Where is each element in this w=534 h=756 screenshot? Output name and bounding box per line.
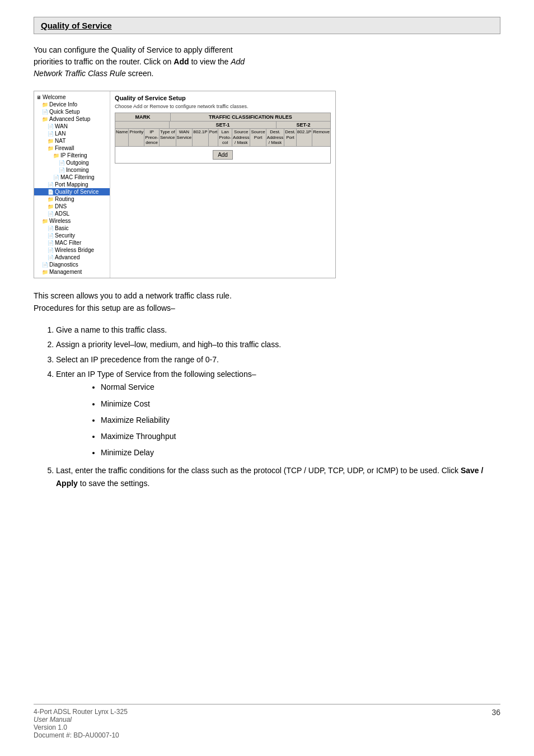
page-title: Quality of Service [41,21,112,30]
footer-page-number: 36 [491,708,500,717]
nav-item-advanced[interactable]: 📄 Advanced [34,254,110,261]
page-icon: 📄 [48,124,54,129]
steps-list: Give a name to this traffic class. Assig… [56,324,500,489]
nav-item-security[interactable]: 📄 Security [34,232,110,239]
folder-icon: 📁 [42,116,48,122]
step-2: Assign a priority level–low, medium, and… [56,338,500,351]
table-header-row1: MARK TRAFFIC CLASSIFICATION RULES [115,113,330,122]
step-4-subitems: Normal Service Minimize Cost Maximize Re… [101,380,500,460]
page-icon: 📄 [48,233,54,239]
folder-icon: 📁 [42,218,48,224]
subitem-minimize-delay: Minimize Delay [101,446,500,460]
qos-main-content: Quality of Service Setup Choose Add or R… [110,91,335,278]
nav-item-incoming[interactable]: 📄 Incoming [34,166,110,174]
nav-item-qos[interactable]: 📄 Quality of Service [34,188,110,195]
folder-icon: 📁 [48,197,54,202]
page-icon: 📄 [48,226,54,231]
nav-item-outgoing[interactable]: 📄 Outgoing [34,159,110,166]
folder-icon: 📁 [48,204,54,209]
nav-item-basic[interactable]: 📄 Basic [34,225,110,232]
folder-icon: 📁 [48,146,54,151]
nav-item-routing[interactable]: 📁 Routing [34,195,110,203]
nav-item-advanced-setup[interactable]: 📁 Advanced Setup [34,115,110,123]
nav-item-welcome[interactable]: 🖥 Welcome [34,94,110,101]
footer-product: 4-Port ADSL Router Lynx L-325 [34,708,500,716]
page-icon: 📄 [59,167,65,173]
nav-item-management[interactable]: 📁 Management [34,268,110,276]
folder-icon: 📁 [42,102,48,108]
folder-icon: 📁 [48,138,54,144]
qos-table: MARK TRAFFIC CLASSIFICATION RULES SET-1 … [115,113,331,164]
step-1: Give a name to this traffic class. [56,324,500,336]
nav-item-ip-filtering[interactable]: 📁 IP Filtering [34,152,110,159]
page-title-box: Quality of Service [34,17,500,34]
nav-item-quick-setup[interactable]: 📄 Quick Setup [34,108,110,115]
page-icon: 📄 [48,182,54,188]
nav-item-mac-filtering[interactable]: 📄 MAC Filtering [34,174,110,181]
qos-setup-title: Quality of Service Setup [115,95,331,101]
nav-item-device-info[interactable]: 📁 Device Info [34,101,110,108]
page-icon: 📄 [48,131,54,137]
table-header-row2: SET-1 SET-2 [115,122,330,129]
footer-version: Version 1.0 [34,724,500,731]
nav-item-nat[interactable]: 📁 NAT [34,137,110,144]
intro-paragraph: You can configure the Quality of Service… [34,44,500,80]
nav-item-lan[interactable]: 📄 LAN [34,130,110,137]
subitem-maximize-throughput: Maximize Throughput [101,430,500,444]
screenshot-container: 🖥 Welcome 📁 Device Info 📄 Quick Setup 📁 … [34,91,336,278]
nav-item-adsl[interactable]: 📄 ADSL [34,210,110,217]
nav-item-mac-filter[interactable]: 📄 MAC Filter [34,239,110,246]
footer-document: Document #: BD-AU0007-10 [34,731,500,739]
folder-icon: 🖥 [36,95,41,100]
nav-item-wireless-bridge[interactable]: 📄 Wireless Bridge [34,246,110,254]
nav-item-wireless[interactable]: 📁 Wireless [34,217,110,225]
page-icon: 📄 [48,189,54,195]
table-col-header-row: Name Priority IP Prece-dence Type of Ser… [115,129,330,147]
step-5: Last, enter the traffic conditions for t… [56,464,500,489]
subitem-maximize-reliability: Maximize Reliability [101,413,500,427]
nav-item-dns[interactable]: 📁 DNS [34,203,110,210]
folder-icon: 📁 [53,153,59,158]
nav-item-wan[interactable]: 📄 WAN [34,123,110,130]
nav-item-firewall[interactable]: 📁 Firewall [34,144,110,152]
folder-icon: 📁 [42,269,48,275]
body-text: This screen allows you to add a network … [34,290,500,315]
add-button[interactable]: Add [213,150,233,160]
page-icon: 📄 [48,240,54,246]
th-mark: MARK [115,113,171,121]
nav-tree: 🖥 Welcome 📁 Device Info 📄 Quick Setup 📁 … [34,91,110,278]
page-icon: 📄 [42,109,48,115]
qos-subtitle: Choose Add or Remove to configure networ… [115,104,331,109]
nav-item-diagnostics[interactable]: 📄 Diagnostics [34,261,110,268]
nav-item-port-mapping[interactable]: 📄 Port Mapping [34,181,110,188]
footer: 4-Port ADSL Router Lynx L-325 User Manua… [34,704,500,739]
add-button-row: Add [115,147,330,163]
page-icon: 📄 [48,248,54,253]
subitem-minimize-cost: Minimize Cost [101,397,500,411]
page-icon: 📄 [48,255,54,260]
footer-manual: User Manual [34,716,500,724]
step-3: Select an IP precedence from the range o… [56,353,500,366]
step-4: Enter an IP Type of Service from the fol… [56,368,500,460]
page-icon: 📄 [59,160,65,166]
page-icon: 📄 [53,175,59,180]
page-icon: 📄 [48,211,54,217]
page-icon: 📄 [42,262,48,268]
subitem-normal-service: Normal Service [101,380,500,394]
